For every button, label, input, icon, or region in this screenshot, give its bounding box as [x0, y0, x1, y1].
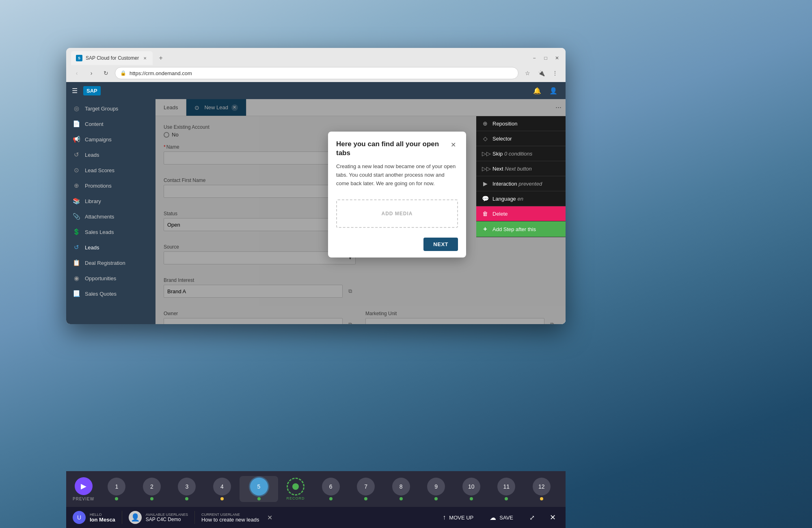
expand-button[interactable]: ⤢: [525, 511, 540, 524]
sidebar-item-opportunities[interactable]: ◉ Opportunities: [66, 270, 155, 286]
ctx-reposition-label: Reposition: [492, 121, 560, 127]
sidebar-item-lead-scores[interactable]: ⊙ Lead Scores: [66, 162, 155, 178]
target-groups-icon: ◎: [73, 105, 80, 112]
sap-logo: SAP: [83, 86, 101, 95]
step-dot-1: [115, 497, 118, 500]
ctx-interaction[interactable]: ▶ Interaction prevented: [476, 176, 566, 191]
browser-tab[interactable]: S SAP Cloud for Customer ✕: [71, 51, 153, 65]
forward-button[interactable]: ›: [86, 67, 97, 79]
sidebar-label-lead-scores: Lead Scores: [85, 167, 149, 173]
step-circle-4[interactable]: 4: [213, 478, 231, 496]
step-circle-10[interactable]: 10: [462, 478, 480, 496]
step-circle-record[interactable]: [287, 478, 304, 496]
move-up-button[interactable]: ↑ MOVE UP: [438, 511, 478, 524]
sidebar-item-deal-registration[interactable]: 📋 Deal Registration: [66, 255, 155, 270]
dialog-close-button[interactable]: ✕: [448, 140, 458, 149]
preview-play-button[interactable]: ▶: [75, 477, 93, 495]
maximize-button[interactable]: □: [542, 54, 549, 62]
ctx-selector[interactable]: ◇ Selector: [476, 131, 566, 146]
hamburger-button[interactable]: ☰: [66, 82, 83, 99]
toolbar-close-button[interactable]: ✕: [546, 511, 559, 524]
ctx-add-step[interactable]: + Add Step after this: [476, 221, 566, 237]
user-icon[interactable]: 👤: [546, 83, 561, 98]
dialog-header: Here you can find all your open tabs ✕: [328, 132, 466, 162]
step-2: 2: [134, 478, 170, 500]
back-button[interactable]: ‹: [71, 67, 82, 79]
ctx-skip[interactable]: ▷▷ Skip 0 conditions: [476, 146, 566, 161]
lead-scores-icon: ⊙: [73, 167, 80, 174]
refresh-button[interactable]: ↻: [100, 67, 112, 79]
ctx-interaction-label: Interaction prevented: [492, 181, 560, 187]
tab-close-btn[interactable]: ✕: [142, 55, 148, 61]
userlane-text: AVAILABLE USERLANES SAP C4C Demo: [146, 513, 188, 522]
ctx-delete-label: Delete: [492, 211, 560, 217]
step-circle-8[interactable]: 8: [392, 478, 410, 496]
window-controls: − □ ✕: [531, 54, 561, 62]
opportunities-icon: ◉: [73, 275, 80, 282]
ctx-selector-label: Selector: [492, 136, 560, 142]
ctx-language[interactable]: 💬 Language en: [476, 191, 566, 206]
minimize-button[interactable]: −: [531, 54, 538, 62]
content-icon: 📄: [73, 120, 80, 128]
step-circle-11[interactable]: 11: [497, 478, 515, 496]
sidebar-label-leads2: Leads: [85, 245, 149, 251]
ctx-reposition[interactable]: ⊕ Reposition: [476, 116, 566, 131]
step-circle-12[interactable]: 12: [533, 478, 551, 496]
sidebar-item-content[interactable]: 📄 Content: [66, 116, 155, 132]
step-circle-2[interactable]: 2: [143, 478, 161, 496]
extension-icon[interactable]: 🔌: [536, 67, 547, 79]
step-dot-9: [434, 497, 438, 500]
step-6: 6: [313, 478, 348, 500]
url-text: https://crm.ondemand.com: [130, 70, 513, 76]
userlane-avatar: 👤: [129, 511, 142, 524]
address-bar[interactable]: 🔒 https://crm.ondemand.com: [115, 67, 518, 79]
steps-bar: ▶ PREVIEW 1 2 3 4 5: [66, 471, 566, 507]
ctx-next[interactable]: ▷▷ Next Next button: [476, 161, 566, 176]
sidebar-item-leads2[interactable]: ↺ Leads: [66, 240, 155, 255]
sidebar-item-sales-quotes[interactable]: 📃 Sales Quotes: [66, 286, 155, 301]
promotions-icon: ⊕: [73, 182, 80, 189]
hello-label: HELLO: [90, 513, 115, 517]
step-circle-7[interactable]: 7: [357, 478, 375, 496]
dialog-media-area[interactable]: ADD MEDIA: [336, 199, 458, 228]
sales-leads-icon: 💲: [73, 228, 80, 236]
expand-icon: ⤢: [529, 514, 535, 522]
sidebar-item-attachments[interactable]: 📎 Attachments: [66, 209, 155, 224]
userlane-name: SAP C4C Demo: [146, 517, 188, 522]
close-current-button[interactable]: ✕: [267, 514, 272, 522]
sidebar-label-campaigns: Campaigns: [85, 136, 149, 143]
step-circle-6[interactable]: 6: [322, 478, 340, 496]
step-circle-1[interactable]: 1: [108, 478, 125, 496]
close-button[interactable]: ✕: [553, 54, 561, 62]
next-icon: ▷▷: [482, 165, 488, 172]
sidebar-label-target-groups: Target Groups: [85, 106, 149, 112]
ctx-delete[interactable]: 🗑 Delete: [476, 206, 566, 221]
sidebar-label-deal-registration: Deal Registration: [85, 260, 149, 266]
menu-icon[interactable]: ⋮: [549, 67, 561, 79]
step-dot-2: [150, 497, 153, 500]
step-circle-3[interactable]: 3: [178, 478, 196, 496]
header-icons: 🔔 👤: [530, 83, 566, 98]
ctx-add-step-label: Add Step after this: [492, 226, 560, 232]
browser-addressbar: ‹ › ↻ 🔒 https://crm.ondemand.com ☆ 🔌 ⋮: [66, 65, 566, 82]
campaigns-icon: 📢: [73, 136, 80, 143]
bell-icon[interactable]: 🔔: [530, 83, 544, 98]
sidebar-item-library[interactable]: 📚 Library: [66, 193, 155, 209]
next-button[interactable]: NEXT: [423, 238, 458, 251]
sidebar-item-campaigns[interactable]: 📢 Campaigns: [66, 132, 155, 147]
step-4: 4: [205, 478, 240, 500]
step-10: 10: [454, 478, 489, 500]
sidebar-item-sales-leads[interactable]: 💲 Sales Leads: [66, 224, 155, 240]
step-circle-9[interactable]: 9: [427, 478, 445, 496]
save-label: SAVE: [499, 515, 513, 521]
sidebar-item-target-groups[interactable]: ◎ Target Groups: [66, 101, 155, 116]
bookmark-icon[interactable]: ☆: [522, 67, 533, 79]
sidebar-item-promotions[interactable]: ⊕ Promotions: [66, 178, 155, 193]
step-dot-10: [470, 497, 473, 500]
sidebar-item-leads[interactable]: ↺ Leads: [66, 147, 155, 162]
sales-quotes-icon: 📃: [73, 290, 80, 297]
new-tab-button[interactable]: +: [155, 52, 166, 64]
skip-conditions: 0 conditions: [504, 151, 532, 157]
save-button[interactable]: ☁ SAVE: [485, 511, 518, 524]
step-circle-5[interactable]: 5: [250, 478, 268, 496]
